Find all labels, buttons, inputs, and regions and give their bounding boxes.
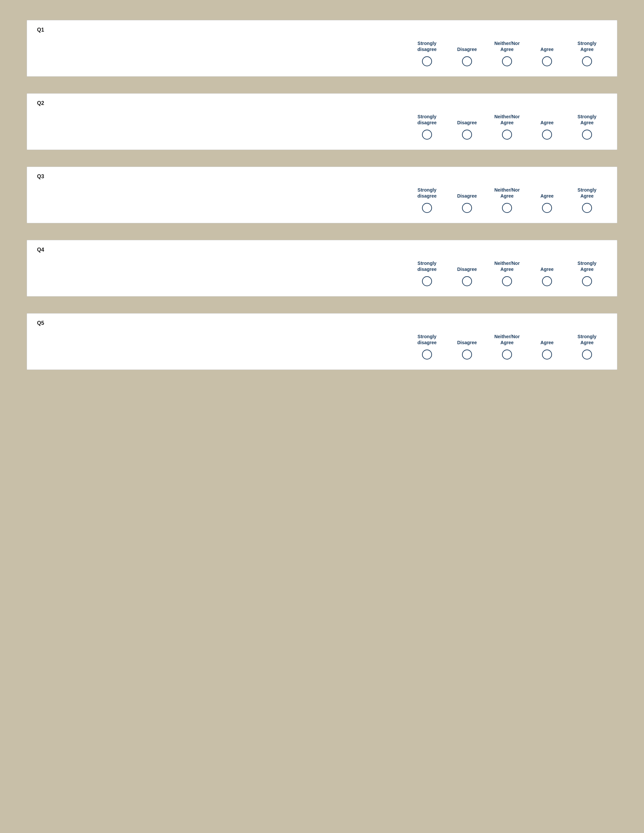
option-label-disagree: Disagree <box>457 40 477 52</box>
option-col-agree: Agree <box>527 113 567 140</box>
option-label-strongly-disagree: Stronglydisagree <box>417 40 437 52</box>
radio-q2-strongly-agree[interactable] <box>582 130 592 140</box>
option-label-agree: Agree <box>540 333 554 346</box>
option-label-strongly-agree: StronglyAgree <box>578 40 597 52</box>
question-card-q3: Q3StronglydisagreeDisagreeNeither/NorAgr… <box>27 167 617 223</box>
option-col-strongly-disagree: Stronglydisagree <box>407 113 447 140</box>
radio-q2-disagree[interactable] <box>462 130 472 140</box>
radio-q4-strongly-disagree[interactable] <box>422 276 432 286</box>
option-col-strongly-agree: StronglyAgree <box>567 260 607 286</box>
option-label-strongly-disagree: Stronglydisagree <box>417 186 437 199</box>
radio-q2-neither-nor[interactable] <box>502 130 512 140</box>
option-col-strongly-agree: StronglyAgree <box>567 40 607 66</box>
option-label-strongly-agree: StronglyAgree <box>578 113 597 125</box>
radio-q3-strongly-agree[interactable] <box>582 203 592 213</box>
options-row-q3: StronglydisagreeDisagreeNeither/NorAgree… <box>37 186 607 213</box>
radio-q3-strongly-disagree[interactable] <box>422 203 432 213</box>
option-col-strongly-disagree: Stronglydisagree <box>407 260 447 286</box>
option-col-strongly-disagree: Stronglydisagree <box>407 186 447 213</box>
options-row-q2: StronglydisagreeDisagreeNeither/NorAgree… <box>37 113 607 140</box>
radio-q1-strongly-disagree[interactable] <box>422 56 432 66</box>
option-col-agree: Agree <box>527 186 567 213</box>
question-card-q4: Q4StronglydisagreeDisagreeNeither/NorAgr… <box>27 240 617 297</box>
radio-q5-strongly-agree[interactable] <box>582 349 592 360</box>
option-label-neither-nor: Neither/NorAgree <box>494 260 520 272</box>
option-label-neither-nor: Neither/NorAgree <box>494 186 520 199</box>
option-label-disagree: Disagree <box>457 186 477 199</box>
radio-q2-agree[interactable] <box>542 130 552 140</box>
option-col-strongly-disagree: Stronglydisagree <box>407 40 447 66</box>
question-label-q2: Q2 <box>37 100 607 106</box>
option-col-agree: Agree <box>527 260 567 286</box>
option-col-agree: Agree <box>527 40 567 66</box>
question-label-q1: Q1 <box>37 27 607 33</box>
radio-q1-agree[interactable] <box>542 56 552 66</box>
option-label-disagree: Disagree <box>457 113 477 125</box>
radio-q5-neither-nor[interactable] <box>502 349 512 360</box>
radio-q3-agree[interactable] <box>542 203 552 213</box>
option-label-strongly-agree: StronglyAgree <box>578 333 597 346</box>
option-col-agree: Agree <box>527 333 567 360</box>
radio-q5-agree[interactable] <box>542 349 552 360</box>
option-col-neither-nor: Neither/NorAgree <box>487 260 527 286</box>
radio-q2-strongly-disagree[interactable] <box>422 130 432 140</box>
options-row-q1: StronglydisagreeDisagreeNeither/NorAgree… <box>37 40 607 66</box>
question-card-q5: Q5StronglydisagreeDisagreeNeither/NorAgr… <box>27 313 617 370</box>
option-label-neither-nor: Neither/NorAgree <box>494 40 520 52</box>
question-label-q5: Q5 <box>37 320 607 326</box>
option-col-neither-nor: Neither/NorAgree <box>487 40 527 66</box>
radio-q5-strongly-disagree[interactable] <box>422 349 432 360</box>
option-col-disagree: Disagree <box>447 260 487 286</box>
radio-q1-neither-nor[interactable] <box>502 56 512 66</box>
option-label-agree: Agree <box>540 40 554 52</box>
options-row-q5: StronglydisagreeDisagreeNeither/NorAgree… <box>37 333 607 360</box>
option-col-strongly-agree: StronglyAgree <box>567 113 607 140</box>
radio-q4-neither-nor[interactable] <box>502 276 512 286</box>
option-col-disagree: Disagree <box>447 40 487 66</box>
option-label-disagree: Disagree <box>457 260 477 272</box>
question-label-q3: Q3 <box>37 174 607 180</box>
radio-q4-agree[interactable] <box>542 276 552 286</box>
option-label-agree: Agree <box>540 113 554 125</box>
option-label-strongly-disagree: Stronglydisagree <box>417 333 437 346</box>
option-label-agree: Agree <box>540 186 554 199</box>
option-label-disagree: Disagree <box>457 333 477 346</box>
option-label-neither-nor: Neither/NorAgree <box>494 333 520 346</box>
option-label-agree: Agree <box>540 260 554 272</box>
option-label-neither-nor: Neither/NorAgree <box>494 113 520 125</box>
radio-q3-disagree[interactable] <box>462 203 472 213</box>
option-label-strongly-disagree: Stronglydisagree <box>417 113 437 125</box>
survey-container: Q1StronglydisagreeDisagreeNeither/NorAgr… <box>27 20 617 370</box>
option-label-strongly-agree: StronglyAgree <box>578 260 597 272</box>
radio-q1-strongly-agree[interactable] <box>582 56 592 66</box>
option-col-disagree: Disagree <box>447 186 487 213</box>
question-card-q2: Q2StronglydisagreeDisagreeNeither/NorAgr… <box>27 93 617 150</box>
radio-q3-neither-nor[interactable] <box>502 203 512 213</box>
radio-q1-disagree[interactable] <box>462 56 472 66</box>
options-row-q4: StronglydisagreeDisagreeNeither/NorAgree… <box>37 260 607 286</box>
option-col-disagree: Disagree <box>447 113 487 140</box>
option-label-strongly-disagree: Stronglydisagree <box>417 260 437 272</box>
option-col-strongly-agree: StronglyAgree <box>567 186 607 213</box>
option-col-disagree: Disagree <box>447 333 487 360</box>
option-col-strongly-agree: StronglyAgree <box>567 333 607 360</box>
question-card-q1: Q1StronglydisagreeDisagreeNeither/NorAgr… <box>27 20 617 77</box>
option-col-neither-nor: Neither/NorAgree <box>487 333 527 360</box>
option-col-neither-nor: Neither/NorAgree <box>487 186 527 213</box>
radio-q4-strongly-agree[interactable] <box>582 276 592 286</box>
option-label-strongly-agree: StronglyAgree <box>578 186 597 199</box>
radio-q5-disagree[interactable] <box>462 349 472 360</box>
question-label-q4: Q4 <box>37 247 607 253</box>
option-col-neither-nor: Neither/NorAgree <box>487 113 527 140</box>
radio-q4-disagree[interactable] <box>462 276 472 286</box>
option-col-strongly-disagree: Stronglydisagree <box>407 333 447 360</box>
